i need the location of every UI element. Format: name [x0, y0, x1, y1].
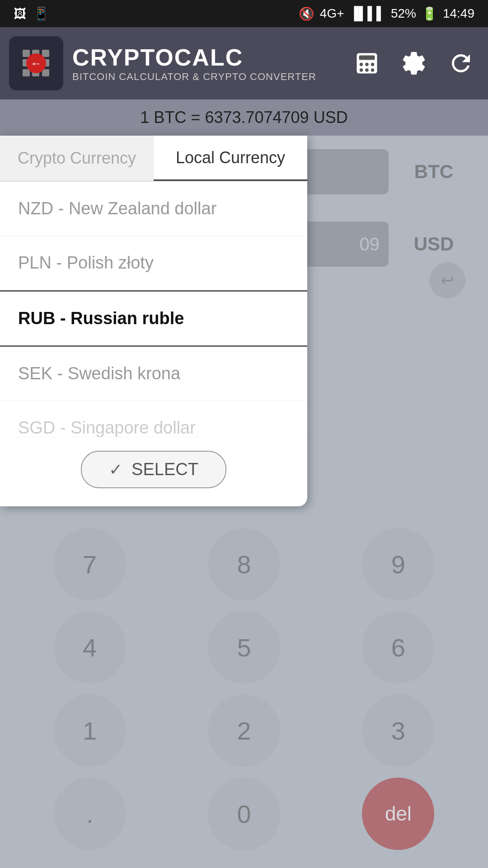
- signal-icon: ▐▌▌▌: [350, 6, 385, 21]
- phone-icon: 📱: [33, 6, 49, 21]
- network-indicator: 4G+: [320, 6, 344, 21]
- modal-tabs: Crypto Currency Local Currency: [0, 136, 307, 182]
- rate-bar: 1 BTC = 6373.7074709 USD: [0, 99, 488, 136]
- svg-rect-1: [359, 56, 375, 60]
- app-name: CRYPTOCALC: [72, 44, 316, 71]
- calculator-button[interactable]: [349, 45, 385, 81]
- svg-point-2: [360, 63, 363, 66]
- battery-indicator: 52%: [391, 6, 416, 21]
- currency-list: NZD - New Zealand dollar PLN - Polish zł…: [0, 182, 307, 437]
- currency-item-nzd[interactable]: NZD - New Zealand dollar: [0, 182, 307, 236]
- svg-point-5: [360, 68, 363, 72]
- battery-icon: 🔋: [422, 6, 437, 21]
- select-label: SELECT: [131, 460, 198, 479]
- clock: 14:49: [443, 6, 474, 21]
- currency-item-pln[interactable]: PLN - Polish złoty: [0, 236, 307, 290]
- svg-point-6: [365, 68, 369, 72]
- currency-picker-modal: Crypto Currency Local Currency NZD - New…: [0, 136, 307, 506]
- refresh-icon: [447, 50, 474, 77]
- logo-arrow-icon: ←: [26, 53, 46, 73]
- svg-point-7: [371, 68, 375, 72]
- svg-point-4: [371, 63, 375, 66]
- select-button-area: ✓ SELECT: [0, 437, 307, 493]
- svg-point-3: [365, 63, 369, 66]
- select-button[interactable]: ✓ SELECT: [81, 451, 226, 488]
- check-icon: ✓: [109, 460, 122, 479]
- main-area: BTC ↩ 09 USD 7 8 9 4 5 6 1 2 3 .: [0, 136, 488, 868]
- tab-crypto-currency[interactable]: Crypto Currency: [0, 136, 154, 181]
- header-actions: [349, 45, 479, 81]
- rate-text: 1 BTC = 6373.7074709 USD: [140, 108, 347, 127]
- status-left-icons: 🖼 📱: [14, 6, 49, 21]
- currency-item-sek[interactable]: SEK - Swedish krona: [0, 347, 307, 401]
- app-header: ← CRYPTOCALC BITCOIN CALCULATOR & CRYPTO…: [0, 27, 488, 99]
- image-icon: 🖼: [14, 6, 26, 21]
- refresh-button[interactable]: [443, 45, 479, 81]
- currency-item-sgd[interactable]: SGD - Singapore dollar: [0, 401, 307, 437]
- mute-icon: 🔇: [299, 6, 314, 21]
- settings-button[interactable]: [396, 45, 432, 81]
- app-subtitle: BITCOIN CALCULATOR & CRYPTO CONVERTER: [72, 71, 316, 83]
- settings-icon: [400, 50, 427, 77]
- app-logo: ←: [9, 36, 63, 90]
- status-bar: 🖼 📱 🔇 4G+ ▐▌▌▌ 52% 🔋 14:49: [0, 0, 488, 27]
- status-right-icons: 🔇 4G+ ▐▌▌▌ 52% 🔋 14:49: [299, 6, 474, 21]
- tab-local-currency[interactable]: Local Currency: [154, 136, 307, 181]
- currency-item-rub[interactable]: RUB - Russian ruble: [0, 290, 307, 347]
- calculator-icon: [353, 50, 380, 77]
- header-title: CRYPTOCALC BITCOIN CALCULATOR & CRYPTO C…: [72, 44, 316, 83]
